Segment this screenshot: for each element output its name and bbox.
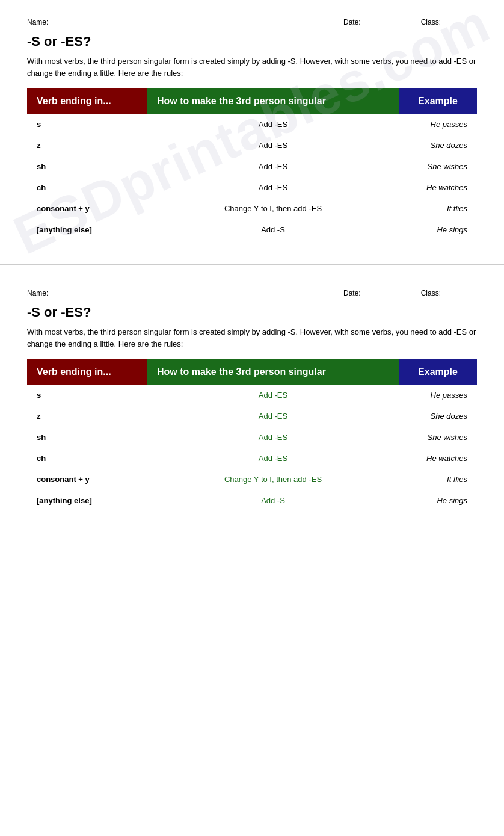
cell-how: Add -S xyxy=(147,490,399,511)
cell-how: Add -ES xyxy=(147,385,399,406)
rules-table-2: Verb ending in... How to make the 3rd pe… xyxy=(27,359,477,511)
cell-how: Add -ES xyxy=(147,448,399,469)
table-row: [anything else]Add -SHe sings xyxy=(27,490,477,511)
cell-example: She wishes xyxy=(399,427,477,448)
cell-example: He sings xyxy=(399,219,477,240)
cell-verb: consonant + y xyxy=(27,469,147,490)
cell-example: She wishes xyxy=(399,156,477,177)
description-1: With most verbs, the third person singul… xyxy=(27,55,477,79)
cell-example: She dozes xyxy=(399,406,477,427)
date-input-line-1 xyxy=(367,18,415,26)
cell-how: Add -ES xyxy=(147,406,399,427)
cell-how: Change Y to I, then add -ES xyxy=(147,469,399,490)
header-example-2: Example xyxy=(399,359,477,385)
cell-example: He sings xyxy=(399,490,477,511)
cell-verb: ch xyxy=(27,177,147,198)
header-how-1: How to make the 3rd person singular xyxy=(147,88,399,114)
header-verb-2: Verb ending in... xyxy=(27,359,147,385)
cell-verb: sh xyxy=(27,156,147,177)
cell-example: He passes xyxy=(399,385,477,406)
table-row: sAdd -ESHe passes xyxy=(27,114,477,135)
table-row: zAdd -ESShe dozes xyxy=(27,135,477,156)
section-divider xyxy=(0,264,504,265)
table-row: sAdd -ESHe passes xyxy=(27,385,477,406)
cell-how: Add -ES xyxy=(147,427,399,448)
cell-verb: [anything else] xyxy=(27,490,147,511)
header-example-1: Example xyxy=(399,88,477,114)
cell-example: She dozes xyxy=(399,135,477,156)
name-label-2: Name: xyxy=(27,289,48,297)
cell-example: He watches xyxy=(399,177,477,198)
table-row: chAdd -ESHe watches xyxy=(27,177,477,198)
page-title-1: -S or -ES? xyxy=(27,34,477,49)
cell-how: Add -ES xyxy=(147,114,399,135)
table-row: zAdd -ESShe dozes xyxy=(27,406,477,427)
cell-verb: z xyxy=(27,406,147,427)
date-label-1: Date: xyxy=(343,18,361,26)
header-verb-1: Verb ending in... xyxy=(27,88,147,114)
cell-example: It flies xyxy=(399,469,477,490)
table-row: consonant + yChange Y to I, then add -ES… xyxy=(27,198,477,219)
class-input-line-1 xyxy=(447,18,477,26)
description-2: With most verbs, the third person singul… xyxy=(27,326,477,350)
first-section: ESDprintables.com Name: Date: Class: -S … xyxy=(0,0,504,258)
name-line-1: Name: Date: Class: xyxy=(27,18,477,26)
page-title-2: -S or -ES? xyxy=(27,305,477,320)
cell-verb: consonant + y xyxy=(27,198,147,219)
table-row: consonant + yChange Y to I, then add -ES… xyxy=(27,469,477,490)
cell-verb: z xyxy=(27,135,147,156)
cell-how: Add -S xyxy=(147,219,399,240)
cell-verb: sh xyxy=(27,427,147,448)
cell-how: Change Y to I, then add -ES xyxy=(147,198,399,219)
table-row: chAdd -ESHe watches xyxy=(27,448,477,469)
table-row: [anything else]Add -SHe sings xyxy=(27,219,477,240)
name-line-2: Name: Date: Class: xyxy=(27,289,477,297)
cell-verb: ch xyxy=(27,448,147,469)
class-label-2: Class: xyxy=(421,289,441,297)
rules-table-1: Verb ending in... How to make the 3rd pe… xyxy=(27,88,477,240)
name-label-1: Name: xyxy=(27,18,48,26)
cell-how: Add -ES xyxy=(147,156,399,177)
table-row: shAdd -ESShe wishes xyxy=(27,427,477,448)
header-how-2: How to make the 3rd person singular xyxy=(147,359,399,385)
date-input-line-2 xyxy=(367,289,415,297)
cell-verb: s xyxy=(27,385,147,406)
cell-how: Add -ES xyxy=(147,177,399,198)
cell-example: It flies xyxy=(399,198,477,219)
name-input-line-1 xyxy=(54,18,337,26)
date-label-2: Date: xyxy=(343,289,361,297)
cell-example: He watches xyxy=(399,448,477,469)
cell-verb: s xyxy=(27,114,147,135)
class-input-line-2 xyxy=(447,289,477,297)
name-input-line-2 xyxy=(54,289,337,297)
cell-verb: [anything else] xyxy=(27,219,147,240)
cell-example: He passes xyxy=(399,114,477,135)
second-section: Name: Date: Class: -S or -ES? With most … xyxy=(0,271,504,529)
cell-how: Add -ES xyxy=(147,135,399,156)
class-label-1: Class: xyxy=(421,18,441,26)
table-row: shAdd -ESShe wishes xyxy=(27,156,477,177)
